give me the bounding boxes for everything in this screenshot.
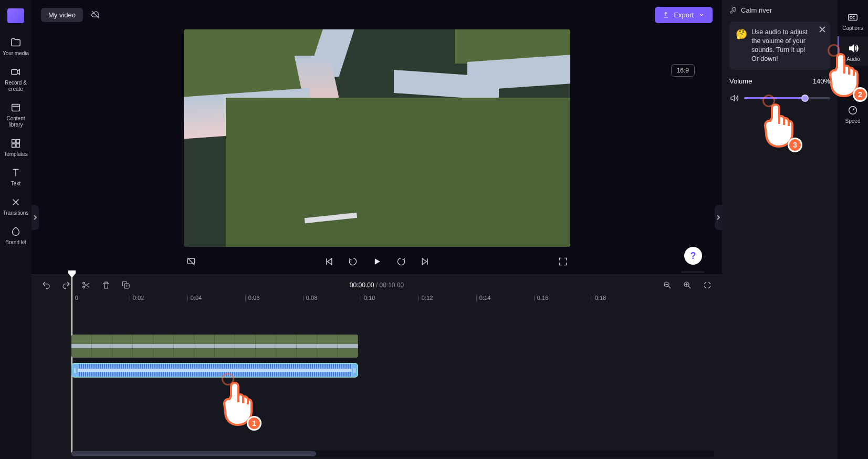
toggle-safe-zone-button[interactable] — [184, 254, 198, 269]
video-preview[interactable] — [184, 29, 570, 247]
ruler-tick: 0:14 — [476, 295, 490, 301]
delete-button[interactable] — [99, 278, 113, 293]
sidebar-item-transitions[interactable]: Transitions — [1, 193, 30, 221]
duplicate-button[interactable] — [119, 278, 133, 293]
play-icon — [372, 256, 382, 267]
sidebar-item-label: Content library — [1, 116, 30, 128]
main-area: My video Export 16:9 — [32, 0, 722, 459]
tab-label: Fade — [847, 87, 859, 93]
sidebar-item-your-media[interactable]: Your media — [1, 34, 30, 61]
folder-icon — [10, 37, 22, 48]
sidebar-item-text[interactable]: Text — [1, 164, 30, 191]
ruler-tick: 0:12 — [418, 295, 433, 301]
transitions-icon — [10, 196, 22, 208]
fit-timeline-button[interactable] — [700, 278, 715, 293]
zoom-out-icon — [663, 280, 672, 290]
slider-fill — [744, 97, 804, 99]
sidebar-item-record-create[interactable]: Record & create — [1, 63, 30, 97]
svg-rect-5 — [16, 144, 19, 147]
clip-handle-left[interactable]: || — [72, 364, 78, 377]
volume-slider[interactable] — [729, 93, 830, 103]
clip-thumbnail — [71, 335, 92, 358]
timeline-tracks: || || — [71, 335, 717, 447]
clip-thumbnail — [92, 335, 112, 358]
zoom-in-button[interactable] — [680, 278, 695, 293]
ruler-tick: 0:16 — [534, 295, 548, 301]
clip-thumbnail — [194, 335, 215, 358]
svg-rect-1 — [12, 105, 20, 111]
forward-icon — [396, 256, 406, 267]
tab-fade[interactable]: Fade — [838, 67, 868, 97]
scrollbar-thumb[interactable] — [71, 451, 316, 456]
volume-label: Volume — [729, 77, 752, 85]
sidebar-item-content-library[interactable]: Content library — [1, 99, 30, 132]
slider-track[interactable] — [744, 97, 830, 99]
sidebar-item-label: Templates — [4, 151, 28, 158]
sidebar-item-label: Record & create — [1, 80, 30, 92]
clip-name: Calm river — [741, 6, 772, 14]
export-button[interactable]: Export — [655, 7, 713, 23]
left-sidebar: Your media Record & create Content libra… — [0, 0, 32, 459]
skip-back-icon — [323, 256, 334, 267]
copy-plus-icon — [121, 280, 131, 290]
volume-value: 140% — [813, 77, 830, 85]
seek-back-button[interactable] — [346, 254, 360, 269]
svg-rect-4 — [12, 144, 15, 147]
fullscreen-button[interactable] — [556, 254, 570, 269]
chevron-right-icon — [716, 215, 721, 220]
frame-off-icon — [186, 256, 196, 267]
zoom-out-button[interactable] — [660, 278, 675, 293]
tab-label: Captions — [842, 25, 863, 31]
help-button[interactable]: ? — [684, 247, 702, 265]
cloud-sync-button[interactable] — [89, 8, 102, 21]
ruler-tick: 0:18 — [591, 295, 606, 301]
svg-rect-0 — [12, 69, 17, 74]
clip-thumbnail — [215, 335, 235, 358]
emoji-icon: 🤔 — [736, 28, 747, 64]
timecode: 00:00.00 / 00:10.00 — [350, 281, 404, 289]
music-note-icon — [729, 7, 737, 14]
tab-audio[interactable]: Audio — [838, 36, 868, 66]
skip-start-button[interactable] — [321, 254, 336, 269]
zoom-in-icon — [683, 280, 692, 290]
split-button[interactable] — [79, 278, 93, 293]
volume-row: Volume 140% — [729, 77, 830, 85]
svg-point-8 — [83, 286, 85, 288]
video-track-clip[interactable] — [71, 335, 358, 358]
clip-thumbnail — [133, 335, 153, 358]
play-button[interactable] — [370, 254, 384, 269]
aspect-ratio-button[interactable]: 16:9 — [671, 64, 695, 77]
rewind-icon — [348, 256, 358, 267]
upload-icon — [662, 11, 670, 18]
camera-icon — [10, 66, 22, 78]
tooltip-text: Use audio to adjust the volume of your s… — [751, 28, 813, 64]
skip-end-button[interactable] — [418, 254, 433, 269]
fade-icon — [847, 74, 859, 85]
timeline-ruler[interactable]: 00:020:040:060:080:100:120:140:160:18 — [71, 294, 717, 306]
timeline-scrollbar[interactable] — [71, 451, 715, 457]
clip-handle-right[interactable]: || — [352, 364, 357, 377]
audio-track-clip[interactable]: || || — [71, 363, 358, 378]
slider-knob[interactable] — [801, 95, 809, 102]
ruler-tick: 0:04 — [187, 295, 202, 301]
sidebar-item-brand-kit[interactable]: Brand kit — [1, 223, 30, 250]
sidebar-item-templates[interactable]: Templates — [1, 134, 30, 162]
ruler-tick: 0:06 — [245, 295, 259, 301]
collapse-right-panel-button[interactable] — [715, 205, 722, 230]
tab-speed[interactable]: Speed — [838, 98, 868, 128]
sidebar-item-label: Transitions — [3, 210, 29, 216]
template-icon — [10, 138, 22, 149]
project-title[interactable]: My video — [41, 8, 83, 22]
svg-rect-2 — [12, 140, 15, 143]
seek-forward-button[interactable] — [394, 254, 409, 269]
current-time: 00:00.00 — [350, 281, 374, 289]
captions-icon — [847, 12, 859, 23]
skip-forward-icon — [420, 256, 431, 267]
undo-button[interactable] — [39, 278, 54, 293]
preview-area: 16:9 — [32, 29, 722, 273]
clip-thumbnail — [256, 335, 276, 358]
tab-captions[interactable]: Captions — [838, 5, 868, 35]
sidebar-item-label: Your media — [3, 50, 29, 57]
audio-icon — [848, 43, 859, 54]
close-tooltip-button[interactable] — [818, 25, 827, 34]
